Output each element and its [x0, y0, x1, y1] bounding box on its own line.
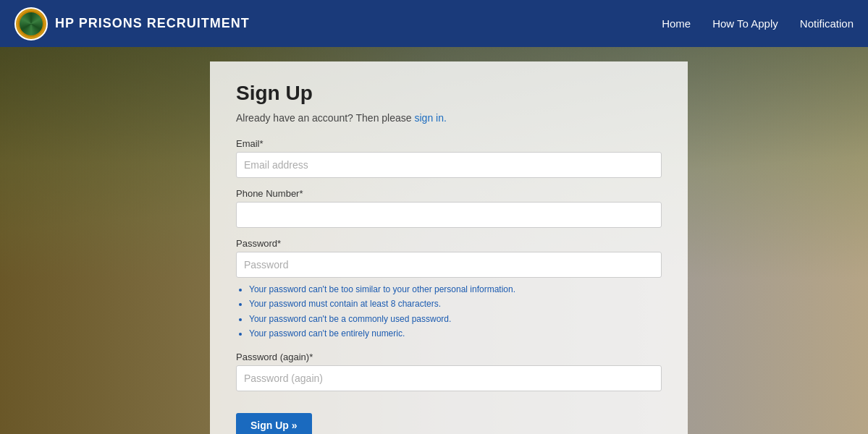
- logo: HP PRISONS RECRUITMENT: [14, 7, 250, 41]
- hint-item: Your password must contain at least 8 ch…: [249, 297, 662, 311]
- subtitle-text: Already have an account? Then please: [236, 112, 414, 124]
- main-nav: Home How To Apply Notification: [662, 17, 854, 30]
- header: HP PRISONS RECRUITMENT Home How To Apply…: [0, 0, 868, 47]
- password-again-group: Password (again)*: [236, 352, 662, 391]
- phone-label: Phone Number*: [236, 188, 662, 199]
- password-again-label: Password (again)*: [236, 352, 662, 362]
- phone-group: Phone Number*: [236, 188, 662, 228]
- logo-icon: [14, 7, 48, 41]
- signin-link[interactable]: sign in.: [414, 112, 446, 124]
- password-label: Password*: [236, 238, 662, 249]
- nav-home[interactable]: Home: [662, 17, 691, 30]
- email-input[interactable]: [236, 152, 662, 178]
- password-hints-list: Your password can't be too similar to yo…: [236, 282, 662, 341]
- password-again-input[interactable]: [236, 365, 662, 391]
- form-title: Sign Up: [236, 82, 662, 105]
- hint-item: Your password can't be entirely numeric.: [249, 326, 662, 341]
- email-group: Email*: [236, 138, 662, 178]
- form-subtitle: Already have an account? Then please sig…: [236, 112, 662, 124]
- signup-form-panel: Sign Up Already have an account? Then pl…: [210, 61, 688, 434]
- signup-button[interactable]: Sign Up »: [236, 413, 312, 434]
- email-label: Email*: [236, 138, 662, 149]
- hint-item: Your password can't be a commonly used p…: [249, 312, 662, 326]
- nav-how-to-apply[interactable]: How To Apply: [712, 17, 778, 30]
- password-input[interactable]: [236, 252, 662, 278]
- phone-input[interactable]: [236, 202, 662, 228]
- nav-notification[interactable]: Notification: [800, 17, 854, 30]
- background-container: Sign Up Already have an account? Then pl…: [0, 47, 868, 434]
- site-title: HP PRISONS RECRUITMENT: [55, 16, 250, 31]
- hint-item: Your password can't be too similar to yo…: [249, 282, 662, 297]
- password-group: Password* Your password can't be too sim…: [236, 238, 662, 341]
